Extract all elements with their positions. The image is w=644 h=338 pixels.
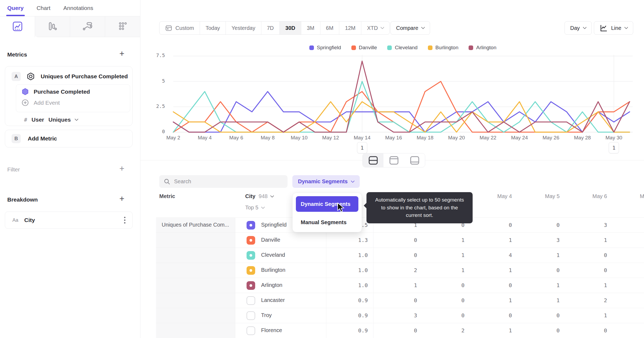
metric-a-title[interactable]: Uniques of Purchase Completed [41, 73, 128, 80]
segment-day-value: 0 [485, 222, 512, 228]
scatter-chart-icon [117, 20, 129, 33]
segment-day-value: 1 [485, 237, 512, 243]
layout-table-only-toggle[interactable] [404, 153, 425, 167]
granularity-button[interactable]: Day [565, 21, 592, 35]
range-xtd[interactable]: XTD [361, 22, 389, 34]
range-custom[interactable]: Custom [160, 22, 200, 34]
group-column-header[interactable]: City 948 [245, 193, 273, 199]
segment-day-value: 0 [485, 282, 512, 288]
segment-day-value: 1 [580, 282, 607, 288]
range-6m[interactable]: 6M [320, 22, 340, 34]
range-30d[interactable]: 30D [280, 22, 301, 34]
legend-swatch [309, 45, 314, 50]
x-tick-label: May 2 [160, 135, 187, 141]
x-tick-label: May 24 [506, 135, 533, 141]
segment-avg-value: 1.0 [341, 267, 368, 273]
segment-day-value: 2 [438, 327, 465, 334]
x-tick-label: May 8 [254, 135, 281, 141]
layout-split-toggle[interactable] [363, 153, 383, 167]
chart-type-flow-tab[interactable] [70, 16, 105, 37]
segment-day-value: 0 [438, 312, 465, 319]
segment-day-value: 3 [533, 237, 560, 243]
segment-day-value: 1 [533, 282, 560, 288]
table-row-troy: Troy0.930001 [156, 308, 644, 323]
segment-day-value: 1 [485, 297, 512, 304]
metrics-title: Metrics [7, 51, 27, 58]
add-breakdown-plus-icon[interactable]: + [119, 194, 124, 203]
table-row-florence: Florence0.902100 [156, 323, 644, 338]
range-yesterday[interactable]: Yesterday [226, 22, 261, 34]
search-input-wrapper [159, 175, 288, 188]
segment-city-label: Cleveland [261, 252, 285, 258]
event-card: Purchase Completed Add Event [16, 84, 130, 112]
date-column-header: May 4 [482, 193, 512, 199]
top-nav: Query Chart Annotations [0, 0, 140, 16]
segments-mode-button[interactable]: Dynamic Segments [292, 175, 360, 188]
range-today[interactable]: Today [200, 22, 226, 34]
x-tick-label: May 30 [600, 135, 627, 141]
legend-item-danville[interactable]: Danville [351, 45, 377, 51]
date-range-group: CustomTodayYesterday7D30D3M6M12MXTD [159, 21, 390, 35]
x-tick-label: May 12 [317, 135, 344, 141]
compare-button[interactable]: Compare [390, 21, 430, 35]
add-metric-label: Add Metric [28, 135, 57, 142]
tab-chart[interactable]: Chart [37, 0, 50, 16]
segment-checkbox[interactable] [247, 266, 255, 275]
segment-checkbox[interactable] [247, 311, 255, 320]
menu-item-manual-segments[interactable]: Manual Segments [296, 216, 358, 229]
table-row-burlington: Burlington1.021100 [156, 263, 644, 278]
menu-item-dynamic-segments[interactable]: Dynamic Segments [296, 196, 358, 212]
y-tick-label: 0 [146, 129, 165, 134]
segment-avg-value: 1.3 [341, 237, 368, 243]
segment-day-value: 2 [390, 267, 417, 273]
segment-checkbox[interactable] [247, 236, 255, 245]
metric-b-card[interactable]: B Add Metric [5, 130, 133, 147]
segment-checkbox[interactable] [247, 221, 255, 230]
add-metric-plus-icon[interactable]: + [119, 49, 124, 58]
annotation-badge[interactable]: 1 [357, 142, 367, 153]
segment-day-value: 1 [438, 237, 465, 243]
chart-type-scatter-tab[interactable] [105, 16, 140, 37]
range-3m[interactable]: 3M [301, 22, 320, 34]
segment-checkbox[interactable] [247, 326, 255, 335]
add-event-row[interactable]: Add Event [16, 95, 130, 106]
table-row-danville: Danville1.301131 [156, 233, 644, 248]
breakdown-city-label: City [24, 217, 35, 223]
breakdown-city-card[interactable]: Aa City [5, 212, 133, 229]
event-name: Purchase Completed [34, 89, 90, 95]
range-7d[interactable]: 7D [261, 22, 280, 34]
measure-selector[interactable]: # User Uniques [24, 117, 78, 123]
segment-city-label: Troy [261, 312, 272, 318]
legend-item-cleveland[interactable]: Cleveland [387, 45, 418, 51]
legend-item-arlington[interactable]: Arlington [469, 45, 496, 51]
tab-query[interactable]: Query [7, 0, 24, 16]
top-n-selector[interactable]: Top 5 [245, 205, 264, 211]
line-chart[interactable] [151, 52, 639, 136]
segment-day-value: 1 [580, 312, 607, 319]
metric-b-badge: B [12, 134, 21, 143]
chevron-down-icon [75, 117, 78, 121]
tab-annotations[interactable]: Annotations [63, 0, 93, 16]
chart-type-bar-tab[interactable] [35, 16, 70, 37]
segment-checkbox[interactable] [247, 251, 255, 260]
segment-day-value: 1 [390, 282, 417, 288]
kebab-menu-icon[interactable] [124, 216, 126, 224]
layout-chart-only-toggle[interactable] [383, 153, 404, 167]
chart-style-button[interactable]: Line [594, 21, 633, 35]
add-event-plus-icon [22, 99, 29, 106]
legend-swatch [469, 45, 473, 50]
legend-item-springfield[interactable]: Springfield [309, 45, 341, 51]
y-tick-label: 7.5 [146, 52, 165, 58]
segment-checkbox[interactable] [247, 296, 255, 305]
range-12m[interactable]: 12M [339, 22, 361, 34]
segment-checkbox[interactable] [247, 281, 255, 290]
add-filter-plus-icon[interactable]: + [119, 164, 124, 173]
y-tick-label: 2.5 [146, 103, 165, 109]
chart-type-line-tab[interactable] [0, 16, 35, 37]
search-input[interactable] [174, 178, 276, 185]
legend-swatch [387, 45, 392, 50]
legend-item-burlington[interactable]: Burlington [428, 45, 459, 51]
line-style-icon [600, 24, 608, 32]
event-row[interactable]: Purchase Completed [16, 84, 130, 95]
annotation-badge[interactable]: 1 [609, 142, 619, 153]
